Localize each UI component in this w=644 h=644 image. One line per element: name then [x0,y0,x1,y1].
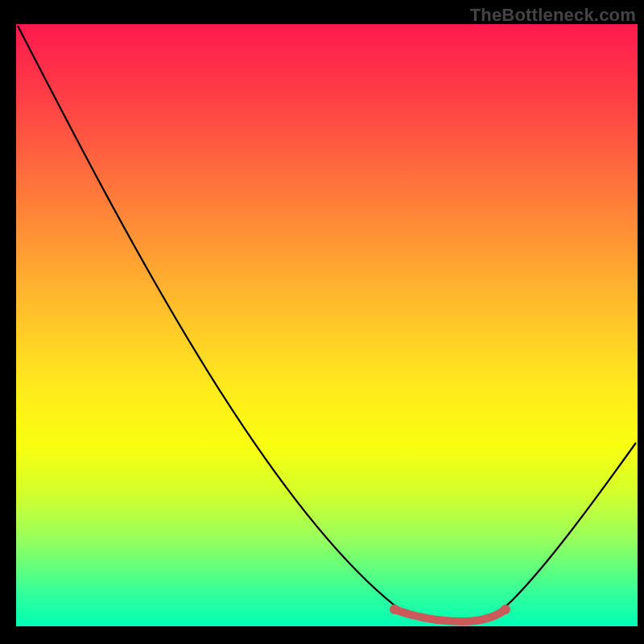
heat-gradient [16,24,638,626]
chart-root: TheBottleneck.com [0,0,644,644]
plot-area [16,24,638,642]
watermark-label: TheBottleneck.com [470,5,636,26]
